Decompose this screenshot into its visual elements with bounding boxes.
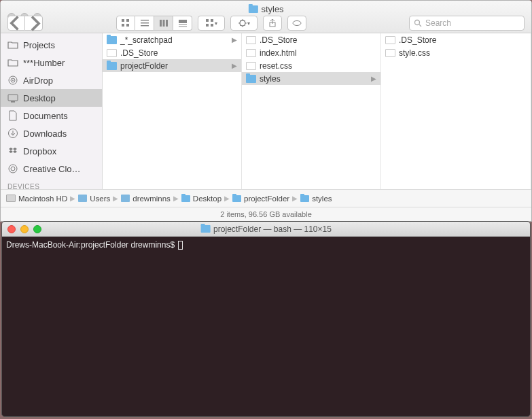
file-icon <box>385 36 395 44</box>
svg-point-19 <box>293 21 301 26</box>
folder-icon <box>107 62 117 70</box>
column-view-button[interactable] <box>154 16 173 31</box>
file-row[interactable]: _*_scratchpad▶ <box>103 33 241 46</box>
hdd-icon <box>6 195 16 202</box>
sidebar-item-creative-clo-[interactable]: Creative Clo… <box>1 160 102 178</box>
view-mode-segment <box>116 16 192 31</box>
svg-rect-7 <box>160 20 162 27</box>
terminal-title-text: projectFolder — bash — 110×15 <box>213 224 332 234</box>
file-row[interactable]: .DS_Store <box>381 33 531 46</box>
svg-rect-6 <box>141 25 149 27</box>
zoom-icon[interactable] <box>33 225 41 233</box>
file-row[interactable]: reset.css <box>242 59 380 72</box>
column-2: .DS_Storestyle.css <box>381 33 531 189</box>
folder-icon <box>7 57 18 68</box>
sidebar-item-projects[interactable]: Projects <box>1 36 102 54</box>
folder-icon <box>181 195 190 202</box>
file-row[interactable]: projectFolder▶ <box>103 59 241 72</box>
cursor-icon <box>178 241 183 250</box>
status-bar: 2 items, 96.56 GB available <box>1 207 531 221</box>
arrange-button[interactable]: ▾ <box>198 16 225 31</box>
svg-point-29 <box>11 167 15 171</box>
sidebar-item-label: Downloads <box>23 129 67 139</box>
svg-rect-5 <box>141 22 149 24</box>
sidebar-item--humber[interactable]: ***Humber <box>1 54 102 71</box>
back-button[interactable] <box>7 16 25 31</box>
devices-header: Devices <box>1 178 102 189</box>
close-icon[interactable] <box>7 225 16 233</box>
sidebar-item-desktop[interactable]: Desktop <box>1 89 102 107</box>
search-input[interactable]: Search <box>409 16 525 31</box>
sidebar-item-dropbox[interactable]: Dropbox <box>1 142 102 160</box>
minimize-icon[interactable] <box>20 225 29 233</box>
terminal-body[interactable]: Drews-MacBook-Air:projectFolder drewminn… <box>2 237 530 254</box>
folder-icon <box>121 195 130 202</box>
folder-icon <box>232 195 241 202</box>
cc-icon <box>7 163 18 174</box>
chevron-right-icon: ▶ <box>232 36 237 44</box>
tags-button[interactable] <box>287 16 306 31</box>
path-item[interactable]: Desktop <box>181 195 221 203</box>
nav-buttons <box>7 16 43 31</box>
svg-line-21 <box>419 24 421 27</box>
terminal-titlebar: projectFolder — bash — 110×15 <box>2 222 530 237</box>
file-label: styles <box>260 74 281 84</box>
svg-rect-16 <box>211 24 213 27</box>
toolbar: ▾ ▾ <box>7 16 306 31</box>
sidebar-item-documents[interactable]: Documents <box>1 107 102 124</box>
svg-rect-25 <box>8 95 18 101</box>
svg-point-20 <box>415 20 420 25</box>
dropbox-icon <box>7 146 18 156</box>
icon-view-button[interactable] <box>116 16 135 31</box>
file-label: .DS_Store <box>120 48 158 58</box>
folder-icon <box>107 36 117 44</box>
sidebar-item-label: Projects <box>23 40 55 50</box>
svg-point-24 <box>12 80 14 81</box>
file-row[interactable]: styles▶ <box>242 72 380 85</box>
sidebar-item-label: Dropbox <box>23 146 56 156</box>
window-title: styles <box>248 4 283 14</box>
file-row[interactable]: .DS_Store <box>242 33 380 46</box>
path-item[interactable]: drewminns <box>121 195 171 203</box>
path-label: Users <box>90 195 110 203</box>
column-1: .DS_Storeindex.htmlreset.cssstyles▶ <box>242 33 381 189</box>
sidebar-item-airdrop[interactable]: AirDrop <box>1 71 102 89</box>
svg-rect-11 <box>179 24 187 25</box>
columns-area: _*_scratchpad▶.DS_StoreprojectFolder▶.DS… <box>103 33 531 189</box>
file-row[interactable]: index.html <box>242 46 380 59</box>
share-button[interactable] <box>263 16 282 31</box>
path-item[interactable]: Macintosh HD <box>6 195 67 203</box>
terminal-prompt: Drews-MacBook-Air:projectFolder drewminn… <box>6 240 177 250</box>
terminal-window: projectFolder — bash — 110×15 Drews-MacB… <box>1 221 531 417</box>
coverflow-view-button[interactable] <box>173 16 192 31</box>
sidebar-item-label: Creative Clo… <box>23 164 81 174</box>
path-label: drewminns <box>132 195 171 203</box>
svg-rect-14 <box>211 19 213 22</box>
svg-rect-13 <box>206 19 209 22</box>
file-icon <box>246 62 256 70</box>
downloads-icon <box>7 128 18 139</box>
status-text: 2 items, 96.56 GB available <box>220 210 312 218</box>
file-row[interactable]: .DS_Store <box>103 46 241 59</box>
svg-rect-15 <box>206 24 209 27</box>
file-icon <box>246 36 256 44</box>
column-0: _*_scratchpad▶.DS_StoreprojectFolder▶ <box>103 33 242 189</box>
forward-button[interactable] <box>25 16 43 31</box>
search-placeholder: Search <box>425 18 451 28</box>
list-view-button[interactable] <box>135 16 154 31</box>
sidebar-item-downloads[interactable]: Downloads <box>1 124 102 142</box>
sidebar: Projects***HumberAirDropDesktopDocuments… <box>1 33 103 189</box>
path-item[interactable]: Users <box>78 195 110 203</box>
file-icon <box>385 49 395 57</box>
path-item[interactable]: styles <box>300 195 332 203</box>
path-label: styles <box>312 195 332 203</box>
sidebar-item-label: AirDrop <box>23 76 53 86</box>
action-button[interactable]: ▾ <box>230 16 258 31</box>
path-item[interactable]: projectFolder <box>232 195 289 203</box>
file-label: index.html <box>260 48 297 58</box>
svg-rect-26 <box>11 101 15 103</box>
file-label: style.css <box>399 48 430 58</box>
chevron-right-icon: ▶ <box>70 195 75 202</box>
file-row[interactable]: style.css <box>381 46 531 59</box>
finder-window: styles ▾ ▾ Search <box>0 0 532 222</box>
